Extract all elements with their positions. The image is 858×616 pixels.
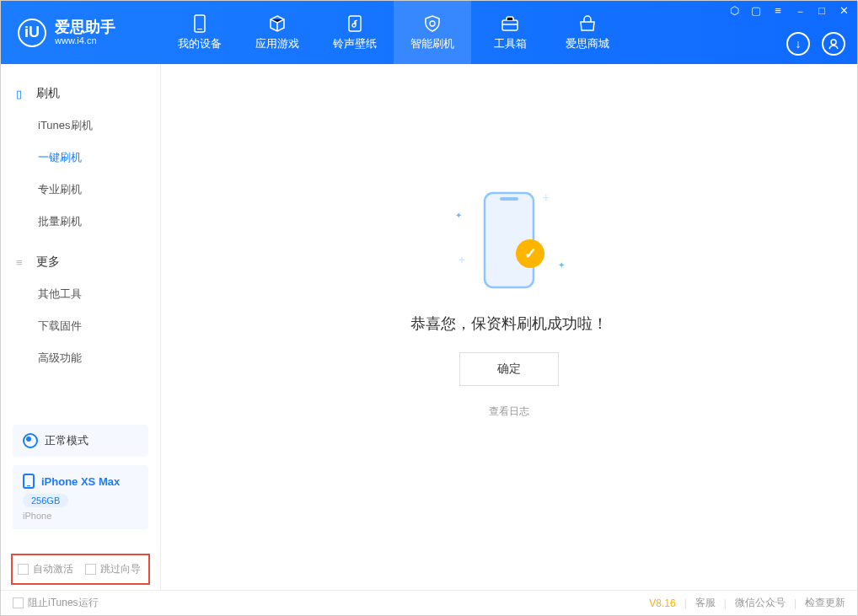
checkbox-label: 自动激活 — [33, 562, 73, 576]
nav-label: 我的设备 — [178, 36, 222, 51]
device-type: iPhone — [23, 511, 138, 521]
nav-label: 应用游戏 — [255, 36, 299, 51]
nav-tabs: 我的设备 应用游戏 铃声壁纸 智能刷机 工具箱 爱思商城 — [161, 1, 626, 64]
skin-icon[interactable]: ⬡ — [727, 4, 741, 19]
success-message: 恭喜您，保资料刷机成功啦！ — [410, 313, 608, 334]
separator: | — [684, 597, 687, 609]
close-button[interactable]: ✕ — [837, 4, 850, 19]
separator: | — [794, 597, 796, 609]
phone-icon — [23, 474, 35, 489]
sidebar-item-oneclick-flash[interactable]: 一键刷机 — [1, 142, 160, 174]
sparkle-icon: + — [543, 190, 550, 204]
skip-guide-checkbox[interactable]: 跳过向导 — [85, 562, 141, 576]
block-itunes-checkbox[interactable]: 阻止iTunes运行 — [13, 596, 99, 610]
nav-label: 铃声壁纸 — [333, 36, 377, 51]
sidebar-section-flash: ▯ 刷机 — [1, 78, 160, 110]
nav-tab-toolbox[interactable]: 工具箱 — [471, 1, 549, 64]
checkbox-icon — [18, 564, 29, 575]
check-badge-icon: ✓ — [516, 239, 544, 268]
feedback-icon[interactable]: ▢ — [749, 4, 763, 19]
cube-icon — [268, 14, 287, 33]
logo-area: iU 爱思助手 www.i4.cn — [1, 19, 161, 47]
view-log-link[interactable]: 查看日志 — [489, 404, 529, 419]
sparkle-icon: ✦ — [558, 260, 565, 270]
svg-rect-3 — [502, 20, 517, 30]
sidebar-section-more: ≡ 更多 — [1, 246, 160, 278]
toolbox-icon — [501, 14, 519, 33]
version-label: V8.16 — [649, 597, 675, 609]
sidebar-item-download-firmware[interactable]: 下载固件 — [1, 310, 160, 342]
wechat-link[interactable]: 微信公众号 — [735, 596, 786, 610]
confirm-button[interactable]: 确定 — [459, 352, 559, 386]
sidebar-item-batch-flash[interactable]: 批量刷机 — [1, 206, 160, 238]
nav-tab-apps[interactable]: 应用游戏 — [239, 1, 316, 64]
minimize-button[interactable]: － — [793, 4, 807, 19]
device-icon — [190, 14, 209, 33]
window-controls: ⬡ ▢ ≡ － □ ✕ — [727, 4, 850, 19]
app-title: 爱思助手 — [55, 19, 115, 36]
device-name: iPhone XS Max — [41, 475, 120, 488]
account-button[interactable] — [822, 32, 845, 56]
svg-rect-6 — [500, 197, 518, 201]
shop-icon — [578, 14, 597, 33]
app-header: iU 爱思助手 www.i4.cn 我的设备 应用游戏 铃声壁纸 智能刷机 工具… — [1, 1, 857, 64]
checkbox-label: 跳过向导 — [100, 562, 141, 576]
nav-label: 工具箱 — [494, 36, 527, 51]
sparkle-icon: + — [458, 253, 465, 266]
list-icon: ≡ — [16, 256, 28, 269]
svg-point-4 — [831, 40, 836, 45]
maximize-button[interactable]: □ — [815, 4, 829, 19]
nav-tab-device[interactable]: 我的设备 — [161, 1, 239, 64]
nav-label: 智能刷机 — [410, 36, 454, 51]
checkbox-icon — [85, 564, 96, 575]
highlighted-options: 自动激活 跳过向导 — [11, 554, 150, 585]
sidebar-item-other-tools[interactable]: 其他工具 — [1, 278, 160, 310]
mode-label: 正常模式 — [45, 433, 88, 448]
check-update-link[interactable]: 检查更新 — [805, 596, 845, 610]
menu-icon[interactable]: ≡ — [771, 4, 785, 19]
checkbox-label: 阻止iTunes运行 — [28, 596, 99, 610]
nav-label: 爱思商城 — [566, 36, 609, 51]
sparkle-icon: ✦ — [455, 211, 462, 220]
app-logo-icon: iU — [18, 19, 46, 47]
support-link[interactable]: 客服 — [695, 596, 716, 610]
checkbox-icon — [13, 597, 24, 608]
sidebar-item-pro-flash[interactable]: 专业刷机 — [1, 174, 160, 206]
device-info-box[interactable]: iPhone XS Max 256GB iPhone — [13, 465, 148, 529]
header-actions: ↓ — [786, 32, 845, 56]
mode-status-box[interactable]: 正常模式 — [13, 425, 148, 457]
success-illustration: + ✦ ✓ ✦ + — [450, 185, 568, 295]
section-title: 更多 — [36, 254, 60, 270]
nav-tab-ringtones[interactable]: 铃声壁纸 — [316, 1, 394, 64]
separator: | — [724, 597, 727, 609]
sidebar-item-advanced[interactable]: 高级功能 — [1, 342, 160, 374]
nav-tab-flash[interactable]: 智能刷机 — [394, 1, 471, 64]
app-subtitle: www.i4.cn — [55, 35, 115, 46]
phone-icon: ▯ — [16, 88, 28, 100]
download-button[interactable]: ↓ — [786, 32, 810, 56]
device-storage: 256GB — [23, 494, 68, 507]
mode-icon — [23, 433, 38, 448]
sidebar-item-itunes-flash[interactable]: iTunes刷机 — [1, 110, 160, 142]
status-bar: 阻止iTunes运行 V8.16 | 客服 | 微信公众号 | 检查更新 — [1, 590, 857, 615]
shield-icon — [423, 14, 442, 33]
music-icon — [346, 14, 364, 33]
nav-tab-shop[interactable]: 爱思商城 — [549, 1, 626, 64]
main-content: + ✦ ✓ ✦ + 恭喜您，保资料刷机成功啦！ 确定 查看日志 — [161, 64, 857, 590]
sidebar: ▯ 刷机 iTunes刷机 一键刷机 专业刷机 批量刷机 ≡ 更多 其他工具 下… — [1, 64, 161, 590]
section-title: 刷机 — [36, 86, 60, 101]
svg-rect-1 — [197, 29, 202, 29]
auto-activate-checkbox[interactable]: 自动激活 — [18, 562, 73, 576]
